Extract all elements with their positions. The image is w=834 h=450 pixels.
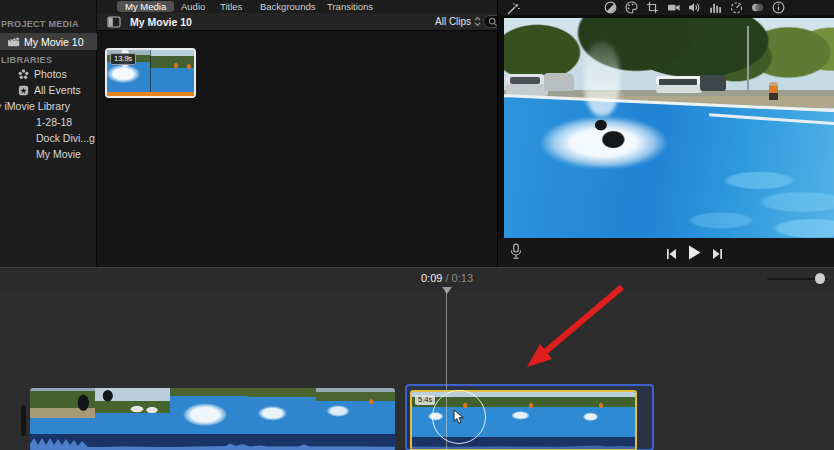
scene-water-texture: [564, 158, 834, 238]
clip-favorite-stripe: [107, 92, 194, 96]
clip-filter-label: All Clips: [435, 16, 471, 27]
zoom-slider-knob[interactable]: [815, 273, 825, 284]
film-frame: [561, 392, 635, 437]
playback-controls-bar: [498, 238, 834, 267]
clip-filmstrip: [30, 388, 395, 434]
sidebar-item-label: iMovie Library: [5, 100, 70, 112]
timecode-display: 0:09 / 0:13: [400, 272, 494, 284]
film-frame: [95, 388, 170, 434]
toggle-sidebar-button[interactable]: [106, 15, 122, 28]
video-preview-frame[interactable]: [504, 18, 834, 238]
media-clip-thumbnail[interactable]: 13.9s: [105, 48, 196, 98]
sidebar-item-event-1-28-18[interactable]: 1-28-18: [0, 114, 97, 130]
sidebar-item-label: All Events: [34, 84, 81, 96]
sidebar-item-all-events[interactable]: All Events: [0, 82, 97, 98]
photos-flower-icon: [16, 69, 30, 80]
scene-car: [506, 74, 548, 96]
imovie-window: PROJECT MEDIA My Movie 10 LIBRARIES Phot…: [0, 0, 834, 450]
tab-titles[interactable]: Titles: [212, 1, 250, 12]
film-frame: [316, 388, 395, 434]
transport-controls: [666, 245, 723, 264]
clip-trim-handle[interactable]: [21, 405, 26, 436]
media-browser-header: My Movie 10 All Clips: [97, 13, 497, 31]
skip-forward-button[interactable]: [712, 246, 723, 264]
timeline-clip-1[interactable]: [30, 388, 395, 450]
time-separator: /: [445, 272, 448, 284]
auto-enhance-wand-icon[interactable]: [506, 1, 520, 14]
clip-frame: [150, 50, 194, 96]
sidebar-item-photos[interactable]: Photos: [0, 66, 97, 82]
tab-backgrounds[interactable]: Backgrounds: [252, 1, 323, 12]
clip-duration-badge: 13.9s: [110, 53, 136, 65]
media-tabbar: My Media Audio Titles Backgrounds Transi…: [97, 0, 500, 13]
events-star-icon: [16, 85, 30, 96]
play-button[interactable]: [688, 245, 701, 264]
sidebar-item-label: My Movie 10: [24, 36, 84, 48]
sidebar-item-event-my-movie[interactable]: My Movie: [0, 146, 97, 162]
noise-equalizer-icon[interactable]: [709, 1, 722, 14]
clapperboard-icon: [6, 36, 20, 47]
tab-my-media[interactable]: My Media: [117, 1, 174, 12]
sidebar-item-my-movie-10[interactable]: My Movie 10: [0, 33, 97, 50]
film-frame: [170, 388, 248, 434]
effects-filter-icon[interactable]: [751, 1, 764, 14]
viewer-pane: [497, 0, 834, 267]
adjust-icons-group: [604, 1, 785, 14]
stabilization-icon[interactable]: [667, 1, 680, 14]
mouse-cursor: [453, 409, 465, 429]
scene-dog: [588, 116, 634, 154]
selected-clip-duration-badge: 5.4s: [415, 395, 435, 405]
project-media-header: PROJECT MEDIA: [1, 19, 79, 29]
scene-car: [656, 76, 702, 93]
scene-car: [544, 73, 574, 91]
timeline-zoom-slider[interactable]: [767, 268, 831, 290]
voiceover-mic-icon[interactable]: [510, 243, 522, 265]
sidebar-item-label: 1-28-18: [36, 116, 72, 128]
disclosure-triangle[interactable]: ▾: [0, 101, 2, 111]
libraries-header: LIBRARIES: [1, 55, 52, 65]
libraries-sidebar: PROJECT MEDIA My Movie 10 LIBRARIES Phot…: [0, 0, 97, 267]
crop-icon[interactable]: [646, 1, 659, 14]
sidebar-item-event-dock-diving[interactable]: Dock Divi...g 21 2019: [0, 130, 97, 146]
volume-icon[interactable]: [688, 1, 701, 14]
color-correction-icon[interactable]: [625, 1, 638, 14]
media-browser: 13.9s: [97, 31, 497, 267]
scene-pole: [747, 26, 749, 92]
scene-person: [769, 82, 778, 100]
browser-title: My Movie 10: [130, 16, 192, 28]
sidebar-item-label: Photos: [34, 68, 67, 80]
info-icon[interactable]: [772, 1, 785, 14]
sidebar-item-imovie-library[interactable]: ▾ iMovie Library: [0, 98, 97, 114]
film-frame: [486, 392, 560, 437]
audio-waveform: [30, 434, 395, 450]
tab-transitions[interactable]: Transitions: [319, 1, 381, 12]
playhead-handle[interactable]: [442, 287, 452, 294]
timeline-pane: 0:09 / 0:13 5.4s: [0, 267, 834, 450]
sidebar-item-label: My Movie: [36, 148, 81, 160]
scene-water-spray: [584, 42, 620, 116]
clip-filter-dropdown[interactable]: All Clips: [435, 16, 481, 27]
tab-audio[interactable]: Audio: [173, 1, 213, 12]
total-time: 0:13: [452, 272, 473, 284]
adjust-toolbar: [498, 0, 834, 15]
film-frame: [30, 388, 95, 434]
scene-car: [700, 75, 726, 91]
chevron-up-down-icon: [474, 16, 481, 27]
skip-back-button[interactable]: [666, 246, 677, 264]
speed-icon[interactable]: [730, 1, 743, 14]
playhead-line[interactable]: [446, 290, 447, 450]
current-time: 0:09: [421, 272, 442, 284]
timeline-ruler[interactable]: 0:09 / 0:13: [0, 268, 834, 290]
color-balance-icon[interactable]: [604, 1, 617, 14]
film-frame: [248, 388, 316, 434]
